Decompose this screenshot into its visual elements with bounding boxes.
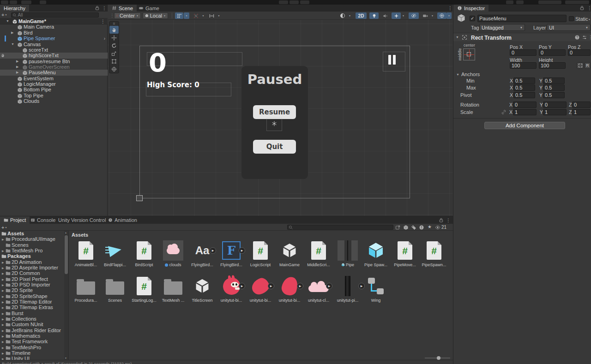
account-button[interactable]	[1, 0, 8, 4]
asset-tile[interactable]: ▶ unitytut-pi...	[335, 275, 361, 303]
pos-y-field[interactable]	[539, 49, 566, 56]
play-arrow-badge[interactable]: ▶	[268, 283, 274, 289]
foldout-icon[interactable]: ▼	[456, 36, 459, 39]
tree-row[interactable]: ▶2D Common	[0, 270, 64, 276]
hierarchy-row[interactable]: Clouds	[0, 98, 108, 104]
grid-visibility-caret[interactable]: ▼	[184, 12, 189, 19]
play-arrow-badge[interactable]: ▶	[239, 283, 245, 289]
foldout-icon[interactable]: ▶	[16, 65, 18, 69]
step-button[interactable]	[300, 0, 309, 4]
tab-game[interactable]: Game	[135, 5, 163, 12]
effects-caret[interactable]: ▼	[401, 12, 406, 19]
shading-mode-button[interactable]	[338, 12, 347, 19]
gizmos-caret[interactable]: ▼	[446, 12, 452, 19]
asset-tile[interactable]: Procedura...	[73, 275, 99, 303]
foldout-icon[interactable]: ▶	[16, 60, 18, 63]
grid-snap-caret[interactable]: ▼	[216, 12, 222, 19]
cloud-button[interactable]	[10, 0, 17, 4]
foldout-icon[interactable]: ▼	[11, 42, 14, 46]
kebab-menu-icon[interactable]: ⋮	[446, 218, 451, 223]
2d-mode-button[interactable]: 2D	[356, 12, 367, 19]
asset-tile[interactable]: # PipeSpawn...	[421, 240, 447, 267]
link-scale-icon[interactable]	[501, 109, 507, 115]
tab-hierarchy[interactable]: Hierarchy	[0, 5, 29, 12]
scale-x-field[interactable]	[513, 109, 537, 115]
tab-inspector[interactable]: Inspector	[453, 5, 488, 12]
anchor-preset-widget[interactable]	[463, 48, 475, 60]
hierarchy-row-selected[interactable]: highScoreTxt	[0, 53, 108, 59]
kebab-menu-icon[interactable]: ⋮	[102, 6, 107, 11]
tree-row-packages[interactable]: Packages	[0, 253, 64, 259]
play-button[interactable]	[279, 0, 288, 4]
tree-row-assets[interactable]: Assets	[0, 231, 64, 236]
scene-camera-caret[interactable]: ▼	[430, 12, 435, 19]
tab-project[interactable]: Project	[0, 216, 30, 224]
asset-tile[interactable]: TextMesh ...	[160, 275, 186, 303]
asset-tile[interactable]: # BirdScript	[131, 240, 157, 267]
audio-mute-button[interactable]	[380, 12, 390, 19]
effects-button[interactable]	[392, 12, 401, 19]
resume-button[interactable]: Resume	[253, 105, 296, 119]
tree-row[interactable]: ▶2D SpriteShape	[0, 293, 64, 299]
grid-visibility-button[interactable]	[175, 12, 183, 19]
tree-row[interactable]: ▶2D Aseprite Importer	[0, 265, 64, 270]
tab-animation[interactable]: Animation	[104, 216, 141, 224]
scale-tool-button[interactable]	[109, 49, 119, 57]
lock-icon[interactable]	[439, 218, 444, 223]
tree-row[interactable]: Scenes	[0, 242, 64, 248]
tag-dropdown[interactable]: Untagged ▼	[479, 24, 525, 31]
move-tool-button[interactable]	[109, 34, 119, 42]
asset-tile[interactable]: ▶ unitytut-bi...	[218, 275, 244, 303]
create-asset-button[interactable]: +▼	[1, 225, 7, 230]
tree-row[interactable]: ▶Mathematics	[0, 333, 64, 339]
asset-tile[interactable]: Pipe	[335, 240, 361, 267]
help-icon[interactable]	[574, 35, 580, 40]
high-score-text[interactable]: High Score: 0	[147, 81, 199, 89]
asset-tile[interactable]: # StartingLog...	[131, 275, 157, 303]
quit-button[interactable]: Quit	[253, 140, 296, 154]
play-arrow-badge[interactable]: ▶	[210, 247, 216, 254]
tool-handle-position-dropdown[interactable]: Center ▼	[114, 12, 141, 19]
open-search-window-icon[interactable]	[395, 225, 401, 230]
services-button[interactable]	[21, 0, 31, 4]
static-checkbox[interactable]	[569, 16, 574, 21]
tree-row[interactable]: ▶2D Tilemap Extras	[0, 304, 64, 310]
layers-button[interactable]	[516, 0, 524, 4]
grid-snap-button[interactable]	[207, 12, 216, 19]
tree-row[interactable]: ▶TextMeshPro	[0, 345, 64, 350]
package-visibility-icon[interactable]	[403, 225, 409, 230]
pause-button[interactable]	[289, 0, 299, 4]
layer-dropdown[interactable]: UI ▼	[547, 24, 591, 31]
asset-tile[interactable]: Wing	[363, 275, 389, 303]
hierarchy-row-selected[interactable]: ▶ PauseMenu	[0, 70, 108, 76]
hierarchy-row-prefab[interactable]: Pipe Spawner ›	[0, 36, 108, 42]
kebab-menu-icon[interactable]: ⋮	[101, 19, 105, 24]
scroll-up-icon[interactable]: ▲	[65, 231, 67, 234]
asset-tile[interactable]: Scenes	[102, 275, 128, 303]
tree-row[interactable]: ▶2D PSD Importer	[0, 282, 64, 287]
asset-tile[interactable]: # MiddleScri...	[306, 240, 332, 267]
tree-row[interactable]: ▶Timeline	[0, 350, 64, 356]
slider-knob[interactable]	[437, 356, 440, 360]
pivot-x-field[interactable]	[513, 92, 535, 98]
tab-version-control[interactable]: Unity Version Control	[54, 216, 109, 224]
asset-tile[interactable]: # AnimateBl...	[73, 240, 99, 267]
asset-tile[interactable]: ▶ unitytut-bi...	[277, 275, 302, 303]
favorites-icon[interactable]: ★	[428, 224, 432, 229]
asset-tile-selected[interactable]: F ▶ FlyingBird...	[218, 240, 244, 267]
play-arrow-badge[interactable]: ▶	[326, 283, 332, 289]
pos-x-field[interactable]	[510, 49, 537, 56]
foldout-icon[interactable]: ▶	[16, 71, 18, 74]
hand-tool-button[interactable]	[109, 26, 119, 34]
tree-row[interactable]: ▶Test Framework	[0, 339, 64, 344]
asset-tile[interactable]: Aa ▶ FlyingBird...	[189, 240, 215, 267]
rotate-tool-button[interactable]	[109, 42, 119, 49]
palette-menu-icon[interactable]: ≡	[109, 22, 119, 26]
pick-hand-icon[interactable]	[0, 53, 5, 58]
shading-mode-caret[interactable]: ▼	[347, 12, 352, 19]
anchor-min-x-field[interactable]	[513, 78, 535, 84]
rect-transform-header[interactable]: ▼ Rect Transform ⋮	[453, 33, 591, 41]
thumbnail-size-slider[interactable]	[425, 356, 450, 360]
asset-tile[interactable]: # LogicScript	[247, 240, 273, 267]
tree-row[interactable]: ▶JetBrains Rider Editor	[0, 328, 64, 333]
